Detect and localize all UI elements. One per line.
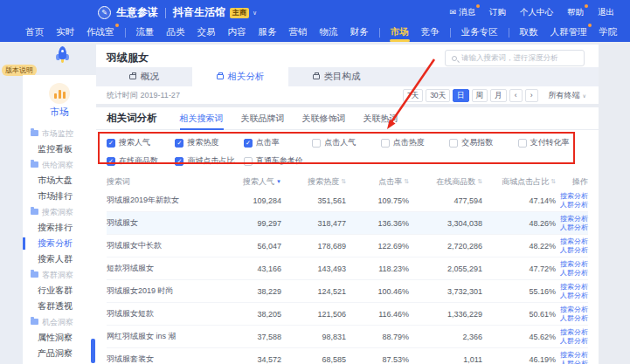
- date-range-button[interactable]: 日: [453, 89, 469, 102]
- action-link[interactable]: 搜索分析: [560, 306, 588, 314]
- sidebar-item[interactable]: 产品洞察: [23, 346, 96, 361]
- nav-item[interactable]: 品类: [161, 23, 191, 42]
- date-range-button[interactable]: 7天: [403, 89, 423, 102]
- sidebar-scrollbar-thumb[interactable]: [91, 339, 95, 363]
- sidebar-group[interactable]: 市场监控: [23, 126, 96, 141]
- top-link[interactable]: 个人中心: [520, 7, 553, 18]
- nav-item[interactable]: 竞争: [415, 23, 446, 42]
- subtab[interactable]: 相关搜索词: [180, 107, 224, 130]
- sidebar-item[interactable]: 搜索排行: [23, 220, 96, 236]
- action-link[interactable]: 搜索分析: [560, 260, 588, 269]
- tab[interactable]: 概况: [96, 67, 192, 86]
- table-row[interactable]: 羽绒服女2019 时尚38,229124,521100.46%3,732,301…: [107, 280, 588, 303]
- nav-item[interactable]: 市场: [384, 23, 415, 42]
- sidebar-item[interactable]: 客群透视: [23, 299, 96, 314]
- column-header[interactable]: 商城点击占比⇅: [482, 176, 556, 188]
- tab[interactable]: 类目构成: [288, 67, 384, 86]
- subtab[interactable]: 关联热词: [363, 107, 398, 130]
- date-range-button[interactable]: 月: [490, 89, 507, 102]
- checkbox-icon: [244, 157, 253, 166]
- nav-item[interactable]: 首页: [19, 23, 50, 42]
- date-range-button[interactable]: 周: [472, 89, 488, 102]
- sidebar-item[interactable]: 属性洞察: [23, 330, 96, 346]
- nav-item[interactable]: 取数: [514, 23, 544, 42]
- action-link[interactable]: 搜索分析: [560, 328, 588, 337]
- action-link[interactable]: 搜索分析: [560, 192, 588, 201]
- nav-item[interactable]: 业务专区: [455, 23, 504, 42]
- metric-checkbox[interactable]: ✓搜索人气: [107, 137, 175, 148]
- next-page-button[interactable]: ›: [525, 89, 538, 102]
- metric-checkbox[interactable]: ✓搜索热度: [175, 137, 243, 148]
- sidebar-item[interactable]: 行业客群: [23, 283, 96, 299]
- column-header[interactable]: 在线商品数⇅: [409, 176, 482, 188]
- sidebar-group[interactable]: 搜索洞察: [23, 204, 96, 220]
- metric-checkbox[interactable]: 点击人气: [312, 137, 380, 148]
- top-link[interactable]: 帮助: [567, 7, 584, 18]
- column-header[interactable]: 搜索人气▼: [220, 176, 281, 188]
- value-cell: 109.75%: [346, 196, 409, 205]
- metric-checkbox[interactable]: 直通车参考价: [244, 155, 312, 167]
- terminal-select[interactable]: 所有终端 ∨: [549, 90, 586, 101]
- table-row[interactable]: 羽绒服女短款38,205121,506116.46%1,336,22950.61…: [107, 303, 588, 326]
- sidebar-item[interactable]: 市场排行: [23, 189, 96, 204]
- action-link[interactable]: 搜索分析: [560, 283, 588, 292]
- sidebar-group[interactable]: 供给洞察: [23, 157, 96, 173]
- tab[interactable]: 相关分析: [192, 67, 288, 86]
- action-link[interactable]: 人群分析: [560, 269, 588, 278]
- metric-checkbox[interactable]: ✓在线商品数: [107, 155, 175, 167]
- nav-item[interactable]: 交易: [191, 23, 222, 42]
- action-link[interactable]: 人群分析: [560, 360, 588, 364]
- sidebar-group[interactable]: 客群洞察: [23, 267, 96, 283]
- nav-item[interactable]: 财务: [344, 23, 375, 42]
- table-row[interactable]: 网红羽绒服女 ins 潮37,58898,83188.79%2,36645.62…: [107, 326, 588, 348]
- row-actions: 搜索分析人群分析: [556, 237, 588, 255]
- action-link[interactable]: 人群分析: [560, 314, 588, 323]
- column-header[interactable]: 点击率⇅: [346, 176, 409, 188]
- briefcase-icon: [313, 74, 320, 79]
- action-link[interactable]: 人群分析: [560, 201, 588, 209]
- rocket-icon[interactable]: [56, 46, 69, 64]
- action-link[interactable]: 人群分析: [560, 223, 588, 232]
- table-row[interactable]: 羽绒服套装女34,57268,58587.53%1,01146.19%搜索分析人…: [107, 348, 588, 364]
- action-link[interactable]: 人群分析: [560, 292, 588, 300]
- nav-item[interactable]: 内容: [222, 23, 253, 42]
- metric-checkbox[interactable]: ✓点击率: [244, 137, 312, 148]
- nav-item[interactable]: 学院: [593, 23, 624, 42]
- metric-checkbox[interactable]: 支付转化率: [518, 137, 586, 148]
- nav-item[interactable]: 作战室: [80, 23, 121, 42]
- sidebar-item[interactable]: 搜索分析: [23, 236, 96, 251]
- action-link[interactable]: 搜索分析: [560, 215, 588, 223]
- subtab[interactable]: 关联修饰词: [302, 107, 346, 130]
- prev-page-button[interactable]: ‹: [509, 89, 523, 102]
- sidebar-item[interactable]: 监控看板: [23, 141, 96, 157]
- top-link[interactable]: ✉消息: [449, 7, 475, 18]
- sidebar-menu: 市场监控监控看板供给洞察市场大盘市场排行搜索洞察搜索排行搜索分析搜索人群客群洞察…: [23, 126, 96, 361]
- chevron-down-icon[interactable]: ∨: [253, 10, 257, 17]
- subtab[interactable]: 关联品牌词: [241, 107, 285, 130]
- sidebar-group[interactable]: 机会洞察: [23, 314, 96, 330]
- nav-item[interactable]: 实时: [50, 23, 80, 42]
- nav-item[interactable]: 营销: [283, 23, 314, 42]
- date-range-button[interactable]: 30天: [426, 89, 450, 102]
- table-row[interactable]: 羽绒服女99,297318,477136.36%3,304,03848.26%搜…: [107, 212, 588, 235]
- top-link[interactable]: 订购: [489, 7, 506, 18]
- nav-item[interactable]: 服务: [253, 23, 283, 42]
- table-row[interactable]: 羽绒服2019年新款女109,284351,561109.75%477,5944…: [107, 189, 588, 212]
- top-link[interactable]: 退出: [598, 7, 614, 18]
- search-input[interactable]: 请输入搜索词，进行深度分析: [445, 50, 585, 66]
- action-link[interactable]: 人群分析: [560, 246, 588, 255]
- nav-item[interactable]: 人群管理: [544, 23, 593, 42]
- table-row[interactable]: 短款羽绒服女43,166143,493118.23%2,055,29147.72…: [107, 258, 588, 280]
- sidebar-item[interactable]: 市场大盘: [23, 173, 96, 189]
- sidebar-item[interactable]: 搜索人群: [23, 251, 96, 267]
- table-row[interactable]: 羽绒服女中长款56,047178,689122.69%2,720,28648.2…: [107, 235, 588, 258]
- action-link[interactable]: 搜索分析: [560, 351, 588, 360]
- nav-item[interactable]: 物流: [314, 23, 344, 42]
- action-link[interactable]: 搜索分析: [560, 237, 588, 246]
- metric-checkbox[interactable]: ✓商城点击占比: [175, 155, 243, 167]
- nav-item[interactable]: 流量: [130, 23, 161, 42]
- column-header[interactable]: 搜索热度⇅: [281, 176, 346, 188]
- action-link[interactable]: 人群分析: [560, 337, 588, 346]
- metric-checkbox[interactable]: 交易指数: [449, 137, 517, 148]
- metric-checkbox[interactable]: 点击热度: [381, 137, 449, 148]
